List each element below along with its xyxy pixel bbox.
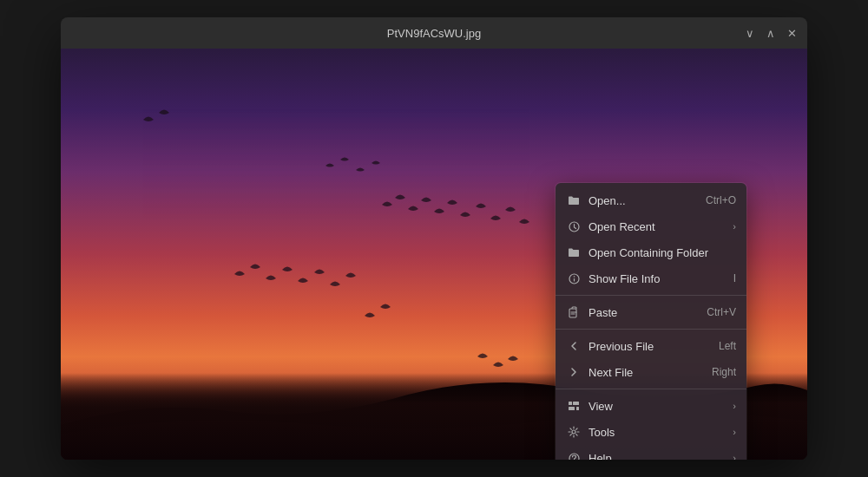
close-button[interactable]: ✕ — [787, 28, 797, 39]
menu-item-show-file-info[interactable]: Show File Info I — [556, 265, 746, 291]
svg-rect-6 — [569, 402, 572, 405]
arrow-right-icon — [566, 364, 582, 380]
menu-paste-shortcut: Ctrl+V — [707, 306, 736, 318]
window-title: PtVN9fACsWU.jpg — [387, 27, 481, 40]
image-background: Open... Ctrl+O Open Recent › — [61, 49, 807, 460]
menu-tools-arrow: › — [733, 427, 736, 437]
menu-item-open-containing-folder[interactable]: Open Containing Folder — [556, 239, 746, 265]
menu-item-paste[interactable]: Paste Ctrl+V — [556, 299, 746, 325]
menu-tools-label: Tools — [589, 426, 729, 439]
window-controls: ∨ ∧ ✕ — [746, 28, 797, 39]
svg-rect-4 — [573, 278, 574, 282]
gear-icon — [566, 424, 582, 440]
menu-divider-2 — [556, 329, 746, 330]
menu-file-info-label: Show File Info — [589, 272, 727, 285]
menu-divider-1 — [556, 295, 746, 296]
clock-icon — [566, 219, 582, 234]
view-icon — [566, 398, 582, 414]
main-window: PtVN9fACsWU.jpg ∨ ∧ ✕ — [61, 17, 807, 460]
menu-help-arrow: › — [733, 453, 736, 460]
svg-point-10 — [572, 430, 575, 434]
context-menu: Open... Ctrl+O Open Recent › — [556, 183, 746, 460]
menu-view-arrow: › — [733, 401, 736, 411]
menu-open-recent-arrow: › — [733, 221, 736, 232]
maximize-button[interactable]: ∧ — [766, 28, 775, 39]
minimize-button[interactable]: ∨ — [746, 28, 754, 39]
menu-prev-file-shortcut: Left — [719, 340, 736, 352]
menu-paste-label: Paste — [589, 306, 700, 319]
titlebar: PtVN9fACsWU.jpg ∨ ∧ ✕ — [61, 17, 807, 49]
menu-view-label: View — [589, 400, 729, 413]
help-icon — [566, 450, 582, 460]
menu-file-info-shortcut: I — [733, 272, 736, 284]
info-icon — [566, 271, 582, 286]
menu-item-next-file[interactable]: Next File Right — [556, 359, 746, 385]
svg-rect-8 — [569, 407, 575, 410]
menu-open-folder-label: Open Containing Folder — [589, 246, 736, 259]
image-viewport: Open... Ctrl+O Open Recent › — [61, 49, 807, 460]
menu-next-file-label: Next File — [589, 366, 705, 379]
svg-rect-7 — [573, 402, 579, 405]
menu-help-label: Help — [589, 452, 729, 461]
menu-item-open[interactable]: Open... Ctrl+O — [556, 187, 746, 213]
svg-rect-5 — [569, 309, 576, 317]
menu-next-file-shortcut: Right — [712, 366, 736, 378]
folder2-icon — [566, 245, 582, 260]
menu-item-view[interactable]: View › — [556, 393, 746, 419]
svg-point-3 — [573, 276, 575, 278]
arrow-left-icon — [566, 338, 582, 354]
menu-item-open-recent[interactable]: Open Recent › — [556, 213, 746, 239]
menu-item-tools[interactable]: Tools › — [556, 419, 746, 445]
svg-rect-9 — [576, 407, 579, 410]
menu-open-shortcut: Ctrl+O — [706, 194, 736, 206]
menu-prev-file-label: Previous File — [589, 340, 712, 353]
menu-item-help[interactable]: Help › — [556, 445, 746, 460]
menu-open-label: Open... — [589, 194, 699, 207]
paste-icon — [566, 304, 582, 320]
menu-item-previous-file[interactable]: Previous File Left — [556, 333, 746, 359]
menu-divider-3 — [556, 389, 746, 389]
folder-icon — [566, 193, 582, 208]
menu-open-recent-label: Open Recent — [589, 220, 729, 233]
